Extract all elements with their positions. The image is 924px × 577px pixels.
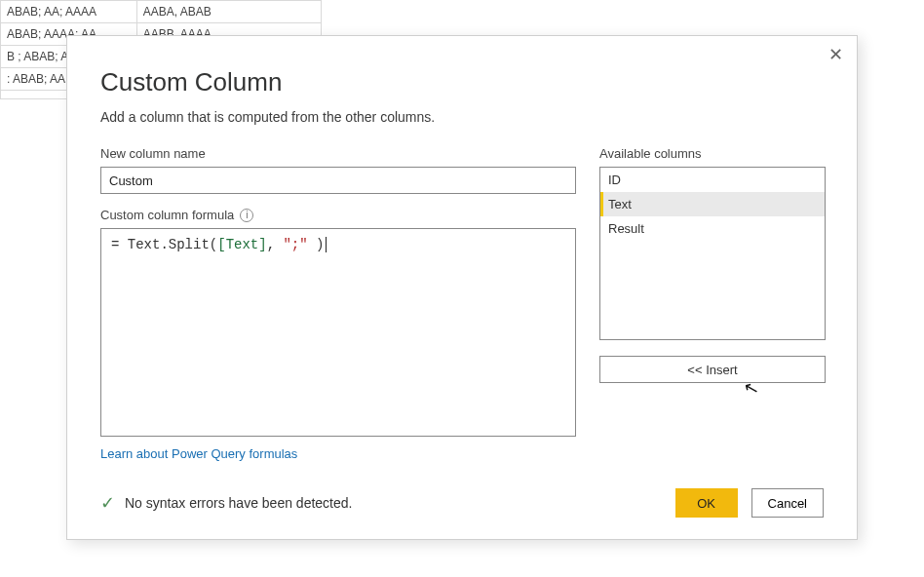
formula-colref: [Text]: [217, 237, 266, 252]
cancel-button[interactable]: Cancel: [751, 488, 824, 518]
available-columns-list[interactable]: IDTextResult: [599, 167, 826, 340]
new-column-name-label: New column name: [100, 146, 576, 161]
info-icon[interactable]: i: [240, 209, 253, 222]
grid-cell[interactable]: ABAB; AA; AAAA: [1, 1, 137, 23]
ok-button[interactable]: OK: [675, 488, 738, 518]
grid-cell[interactable]: AABA, ABAB: [136, 1, 321, 23]
available-column-item[interactable]: ID: [600, 168, 825, 192]
new-column-name-input[interactable]: [100, 167, 576, 194]
formula-prefix: =: [111, 237, 128, 252]
formula-sep: ,: [267, 237, 284, 252]
dialog-subtitle: Add a column that is computed from the o…: [100, 109, 824, 125]
close-icon[interactable]: ✕: [828, 46, 843, 63]
available-columns-label: Available columns: [599, 146, 826, 161]
dialog-title: Custom Column: [100, 67, 824, 97]
available-column-item[interactable]: Result: [600, 216, 825, 241]
available-column-item[interactable]: Text: [600, 192, 825, 216]
insert-button[interactable]: << Insert: [599, 356, 826, 383]
custom-column-dialog: ✕ Custom Column Add a column that is com…: [66, 35, 858, 540]
check-icon: ✓: [100, 494, 115, 512]
formula-label: Custom column formula: [100, 208, 234, 222]
status-text: No syntax errors have been detected.: [125, 495, 352, 511]
formula-tail: ): [308, 237, 325, 252]
formula-string: ";": [283, 237, 307, 252]
formula-func: Text.Split: [128, 237, 210, 252]
formula-input[interactable]: = Text.Split([Text], ";" ): [100, 228, 576, 437]
learn-link[interactable]: Learn about Power Query formulas: [100, 446, 297, 461]
formula-open: (: [210, 237, 217, 252]
text-cursor: [326, 237, 327, 252]
